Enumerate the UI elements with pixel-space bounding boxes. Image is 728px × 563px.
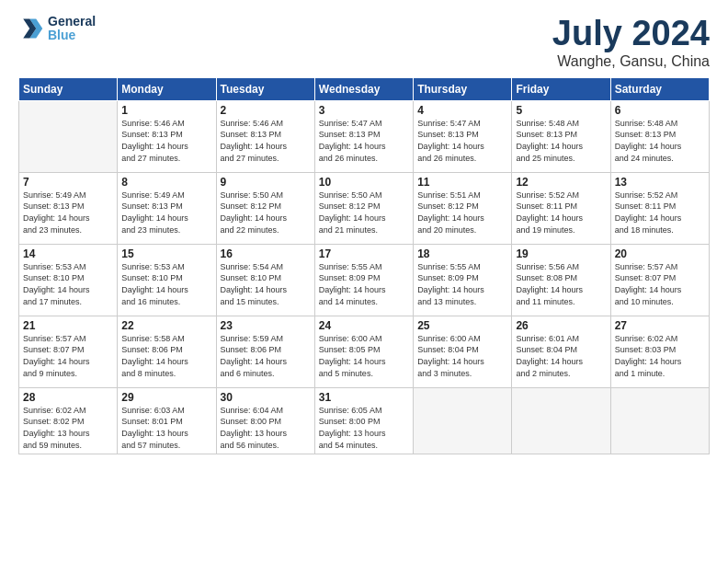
day-number: 27 [615, 319, 705, 332]
day-number: 23 [221, 319, 311, 332]
logo-icon [18, 16, 44, 41]
table-row: 31Sunrise: 6:05 AM Sunset: 8:00 PM Dayli… [314, 387, 413, 454]
day-number: 1 [121, 104, 211, 117]
col-tuesday: Tuesday [216, 77, 314, 100]
month-title: July 2024 [552, 15, 710, 53]
table-row: 21Sunrise: 5:57 AM Sunset: 8:07 PM Dayli… [19, 316, 118, 387]
day-info: Sunrise: 6:00 AM Sunset: 8:04 PM Dayligh… [417, 333, 507, 379]
table-row [610, 387, 709, 454]
day-info: Sunrise: 5:47 AM Sunset: 8:13 PM Dayligh… [319, 118, 409, 164]
col-saturday: Saturday [610, 77, 709, 100]
day-info: Sunrise: 5:54 AM Sunset: 8:10 PM Dayligh… [221, 261, 311, 307]
day-number: 13 [615, 176, 705, 189]
day-number: 12 [516, 176, 606, 189]
table-row: 22Sunrise: 5:58 AM Sunset: 8:06 PM Dayli… [118, 316, 216, 387]
day-info: Sunrise: 5:52 AM Sunset: 8:11 PM Dayligh… [615, 190, 705, 236]
table-row: 7Sunrise: 5:49 AM Sunset: 8:13 PM Daylig… [19, 172, 118, 244]
col-sunday: Sunday [19, 77, 118, 100]
table-row: 2Sunrise: 5:46 AM Sunset: 8:13 PM Daylig… [216, 100, 314, 172]
day-info: Sunrise: 5:57 AM Sunset: 8:07 PM Dayligh… [23, 333, 113, 379]
logo-text: General Blue [48, 15, 96, 43]
day-info: Sunrise: 5:49 AM Sunset: 8:13 PM Dayligh… [121, 190, 211, 236]
header: General Blue July 2024 Wanghe, Gansu, Ch… [18, 15, 710, 70]
day-number: 5 [516, 104, 606, 117]
day-number: 26 [516, 319, 606, 332]
day-info: Sunrise: 5:55 AM Sunset: 8:09 PM Dayligh… [417, 261, 507, 307]
table-row: 8Sunrise: 5:49 AM Sunset: 8:13 PM Daylig… [118, 172, 216, 244]
day-number: 7 [23, 176, 113, 189]
day-info: Sunrise: 6:02 AM Sunset: 8:03 PM Dayligh… [615, 333, 705, 379]
day-info: Sunrise: 5:57 AM Sunset: 8:07 PM Dayligh… [615, 261, 705, 307]
title-block: July 2024 Wanghe, Gansu, China [552, 15, 710, 70]
day-number: 19 [516, 247, 606, 260]
day-number: 3 [319, 104, 409, 117]
day-info: Sunrise: 5:48 AM Sunset: 8:13 PM Dayligh… [516, 118, 606, 164]
day-number: 30 [221, 391, 311, 404]
day-info: Sunrise: 6:01 AM Sunset: 8:04 PM Dayligh… [516, 333, 606, 379]
day-number: 22 [121, 319, 211, 332]
day-info: Sunrise: 6:00 AM Sunset: 8:05 PM Dayligh… [319, 333, 409, 379]
table-row: 27Sunrise: 6:02 AM Sunset: 8:03 PM Dayli… [610, 316, 709, 387]
table-row: 17Sunrise: 5:55 AM Sunset: 8:09 PM Dayli… [314, 244, 413, 316]
table-row: 25Sunrise: 6:00 AM Sunset: 8:04 PM Dayli… [414, 316, 512, 387]
day-info: Sunrise: 5:53 AM Sunset: 8:10 PM Dayligh… [121, 261, 211, 307]
day-info: Sunrise: 6:03 AM Sunset: 8:01 PM Dayligh… [121, 405, 211, 451]
table-row: 14Sunrise: 5:53 AM Sunset: 8:10 PM Dayli… [19, 244, 118, 316]
table-row: 23Sunrise: 5:59 AM Sunset: 8:06 PM Dayli… [216, 316, 314, 387]
table-row: 15Sunrise: 5:53 AM Sunset: 8:10 PM Dayli… [118, 244, 216, 316]
day-info: Sunrise: 5:48 AM Sunset: 8:13 PM Dayligh… [615, 118, 705, 164]
table-row: 18Sunrise: 5:55 AM Sunset: 8:09 PM Dayli… [414, 244, 512, 316]
col-thursday: Thursday [414, 77, 512, 100]
table-row: 28Sunrise: 6:02 AM Sunset: 8:02 PM Dayli… [19, 387, 118, 454]
day-number: 18 [417, 247, 507, 260]
day-number: 4 [417, 104, 507, 117]
day-number: 10 [319, 176, 409, 189]
day-number: 2 [221, 104, 311, 117]
col-wednesday: Wednesday [314, 77, 413, 100]
table-row: 4Sunrise: 5:47 AM Sunset: 8:13 PM Daylig… [414, 100, 512, 172]
table-row: 19Sunrise: 5:56 AM Sunset: 8:08 PM Dayli… [512, 244, 610, 316]
day-number: 20 [615, 247, 705, 260]
table-row [512, 387, 610, 454]
table-row: 13Sunrise: 5:52 AM Sunset: 8:11 PM Dayli… [610, 172, 709, 244]
header-row: Sunday Monday Tuesday Wednesday Thursday… [19, 77, 710, 100]
table-row: 9Sunrise: 5:50 AM Sunset: 8:12 PM Daylig… [216, 172, 314, 244]
day-info: Sunrise: 6:04 AM Sunset: 8:00 PM Dayligh… [221, 405, 311, 451]
day-info: Sunrise: 5:50 AM Sunset: 8:12 PM Dayligh… [221, 190, 311, 236]
day-number: 14 [23, 247, 113, 260]
day-info: Sunrise: 5:50 AM Sunset: 8:12 PM Dayligh… [319, 190, 409, 236]
table-row: 11Sunrise: 5:51 AM Sunset: 8:12 PM Dayli… [414, 172, 512, 244]
day-info: Sunrise: 5:58 AM Sunset: 8:06 PM Dayligh… [121, 333, 211, 379]
day-number: 8 [121, 176, 211, 189]
day-number: 25 [417, 319, 507, 332]
logo: General Blue [18, 15, 96, 43]
day-number: 16 [221, 247, 311, 260]
table-row: 10Sunrise: 5:50 AM Sunset: 8:12 PM Dayli… [314, 172, 413, 244]
table-row: 3Sunrise: 5:47 AM Sunset: 8:13 PM Daylig… [314, 100, 413, 172]
day-number: 24 [319, 319, 409, 332]
day-number: 11 [417, 176, 507, 189]
day-info: Sunrise: 5:55 AM Sunset: 8:09 PM Dayligh… [319, 261, 409, 307]
table-row: 26Sunrise: 6:01 AM Sunset: 8:04 PM Dayli… [512, 316, 610, 387]
table-row: 6Sunrise: 5:48 AM Sunset: 8:13 PM Daylig… [610, 100, 709, 172]
day-info: Sunrise: 5:49 AM Sunset: 8:13 PM Dayligh… [23, 190, 113, 236]
table-row: 20Sunrise: 5:57 AM Sunset: 8:07 PM Dayli… [610, 244, 709, 316]
table-row: 24Sunrise: 6:00 AM Sunset: 8:05 PM Dayli… [314, 316, 413, 387]
table-row [19, 100, 118, 172]
day-info: Sunrise: 5:56 AM Sunset: 8:08 PM Dayligh… [516, 261, 606, 307]
col-monday: Monday [118, 77, 216, 100]
table-row: 1Sunrise: 5:46 AM Sunset: 8:13 PM Daylig… [118, 100, 216, 172]
page: General Blue July 2024 Wanghe, Gansu, Ch… [0, 0, 728, 563]
day-number: 6 [615, 104, 705, 117]
day-info: Sunrise: 6:05 AM Sunset: 8:00 PM Dayligh… [319, 405, 409, 451]
day-info: Sunrise: 5:59 AM Sunset: 8:06 PM Dayligh… [221, 333, 311, 379]
col-friday: Friday [512, 77, 610, 100]
day-number: 28 [23, 391, 113, 404]
day-info: Sunrise: 6:02 AM Sunset: 8:02 PM Dayligh… [23, 405, 113, 451]
table-row: 30Sunrise: 6:04 AM Sunset: 8:00 PM Dayli… [216, 387, 314, 454]
day-number: 9 [221, 176, 311, 189]
table-row: 29Sunrise: 6:03 AM Sunset: 8:01 PM Dayli… [118, 387, 216, 454]
table-row: 5Sunrise: 5:48 AM Sunset: 8:13 PM Daylig… [512, 100, 610, 172]
day-number: 31 [319, 391, 409, 404]
day-number: 17 [319, 247, 409, 260]
